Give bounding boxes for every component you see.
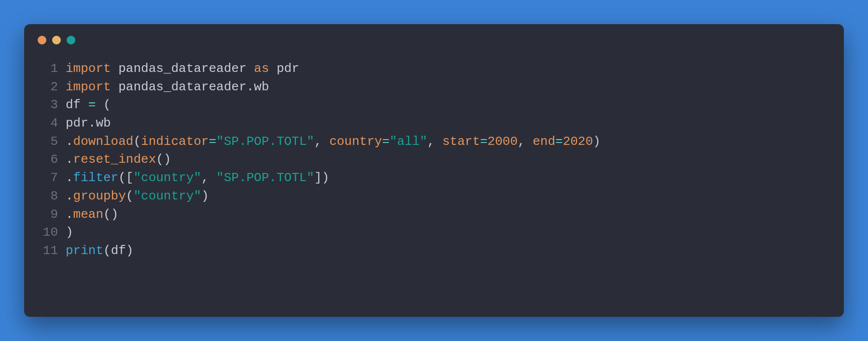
line-number: 11 bbox=[38, 242, 58, 260]
line-number: 3 bbox=[38, 96, 58, 114]
line-number: 7 bbox=[38, 169, 58, 187]
code-line[interactable]: 1import pandas_datareader as pdr bbox=[38, 60, 830, 78]
code-content[interactable]: pdr.wb bbox=[66, 114, 111, 133]
code-content[interactable]: .reset_index() bbox=[66, 151, 171, 169]
code-content[interactable]: print(df) bbox=[66, 242, 133, 260]
line-number: 9 bbox=[38, 206, 58, 224]
code-line[interactable]: 6.reset_index() bbox=[38, 151, 830, 169]
maximize-icon[interactable] bbox=[67, 36, 75, 44]
line-number: 6 bbox=[38, 151, 58, 169]
line-number: 4 bbox=[38, 114, 58, 133]
code-line[interactable]: 7.filter(["country", "SP.POP.TOTL"]) bbox=[38, 169, 830, 187]
code-editor[interactable]: 1import pandas_datareader as pdr2import … bbox=[38, 60, 830, 260]
code-content[interactable]: df = ( bbox=[66, 96, 111, 114]
code-line[interactable]: 11print(df) bbox=[38, 242, 830, 260]
code-content[interactable]: import pandas_datareader.wb bbox=[66, 78, 269, 97]
code-content[interactable]: .groupby("country") bbox=[66, 187, 209, 206]
code-line[interactable]: 9.mean() bbox=[38, 206, 830, 224]
window-titlebar bbox=[38, 36, 830, 44]
code-line[interactable]: 8.groupby("country") bbox=[38, 187, 830, 206]
code-content[interactable]: .download(indicator="SP.POP.TOTL", count… bbox=[66, 133, 601, 151]
code-line[interactable]: 4pdr.wb bbox=[38, 114, 830, 133]
line-number: 5 bbox=[38, 133, 58, 151]
line-number: 2 bbox=[38, 78, 58, 97]
minimize-icon[interactable] bbox=[52, 36, 61, 44]
line-number: 1 bbox=[38, 60, 58, 78]
code-line[interactable]: 3df = ( bbox=[38, 96, 830, 114]
code-window: 1import pandas_datareader as pdr2import … bbox=[24, 24, 844, 317]
code-line[interactable]: 2import pandas_datareader.wb bbox=[38, 78, 830, 97]
code-line[interactable]: 10) bbox=[38, 224, 830, 242]
code-content[interactable]: ) bbox=[66, 224, 73, 242]
code-content[interactable]: .filter(["country", "SP.POP.TOTL"]) bbox=[66, 169, 329, 187]
code-content[interactable]: .mean() bbox=[66, 206, 118, 224]
code-content[interactable]: import pandas_datareader as pdr bbox=[66, 60, 299, 78]
line-number: 10 bbox=[38, 224, 58, 242]
line-number: 8 bbox=[38, 187, 58, 206]
code-line[interactable]: 5.download(indicator="SP.POP.TOTL", coun… bbox=[38, 133, 830, 151]
close-icon[interactable] bbox=[38, 36, 46, 44]
